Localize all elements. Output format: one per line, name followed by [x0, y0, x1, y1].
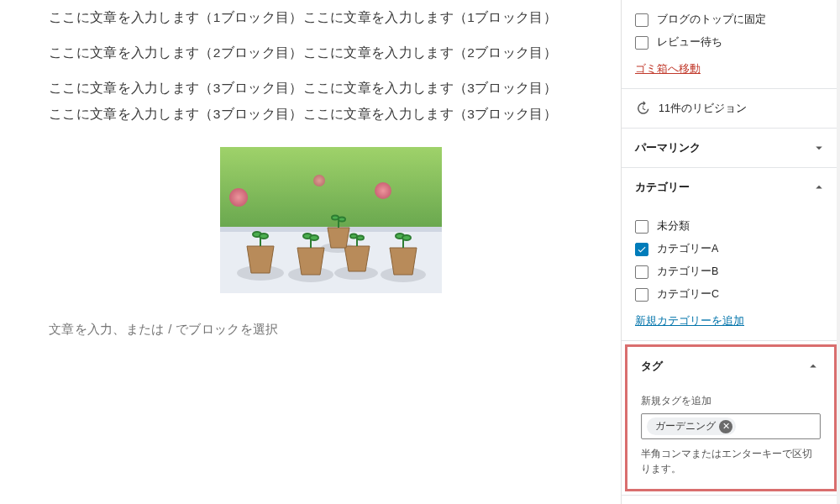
sidebar-scrollbar[interactable]	[837, 0, 840, 504]
block-editor-canvas: ここに文章を入力します（1ブロック目）ここに文章を入力します（1ブロック目） こ…	[0, 0, 622, 504]
tag-chip-label: ガーデニング	[655, 419, 716, 433]
svg-point-18	[402, 235, 411, 240]
category-checkbox[interactable]: カテゴリーC	[635, 283, 827, 306]
tags-hint: 半角コンマまたはエンターキーで区切ります。	[641, 446, 821, 477]
svg-point-20	[339, 217, 345, 221]
svg-point-19	[332, 215, 339, 219]
svg-point-3	[313, 175, 325, 186]
panel-title: パーマリンク	[635, 140, 701, 155]
checkbox-icon	[635, 220, 648, 234]
status-panel: ブログのトップに固定 レビュー待ち ゴミ箱へ移動	[622, 0, 840, 89]
featured-image-panel: アイキャッチ画像	[622, 495, 840, 504]
checkbox-label: ブログのトップに固定	[657, 13, 766, 27]
chevron-up-icon	[806, 359, 821, 374]
settings-sidebar: ブログのトップに固定 レビュー待ち ゴミ箱へ移動 11件のリビジョン パーマリン…	[622, 0, 840, 504]
checkbox-icon	[635, 13, 648, 27]
paragraph-block[interactable]: ここに文章を入力します（1ブロック目）ここに文章を入力します（1ブロック目）	[49, 5, 612, 30]
category-checkbox[interactable]: カテゴリーA	[635, 238, 827, 260]
checkbox-label: カテゴリーB	[657, 265, 718, 279]
checkbox-icon	[635, 243, 648, 256]
stick-to-top-checkbox[interactable]: ブログのトップに固定	[635, 8, 827, 31]
categories-panel: カテゴリー 未分類カテゴリーAカテゴリーBカテゴリーC新規カテゴリーを追加	[622, 168, 840, 341]
tags-input[interactable]: ガーデニング✕	[641, 413, 821, 439]
svg-point-15	[350, 234, 357, 238]
chevron-down-icon	[811, 140, 827, 155]
panel-title: カテゴリー	[635, 180, 690, 195]
image-block[interactable]	[49, 147, 612, 293]
svg-rect-0	[220, 147, 442, 227]
checkbox-label: レビュー待ち	[657, 35, 722, 50]
revisions-label: 11件のリビジョン	[659, 102, 747, 116]
checkbox-icon	[635, 36, 648, 50]
svg-point-2	[375, 182, 391, 199]
panel-title: タグ	[641, 359, 663, 374]
permalink-toggle[interactable]: パーマリンク	[622, 129, 840, 167]
permalink-panel: パーマリンク	[622, 129, 840, 168]
paragraph-block[interactable]: ここに文章を入力します（3ブロック目）ここに文章を入力します（3ブロック目） こ…	[49, 76, 612, 126]
block-appender[interactable]: 文章を入力、または / でブロックを選択	[49, 322, 612, 338]
svg-point-1	[229, 188, 248, 207]
revisions-button[interactable]: 11件のリビジョン	[622, 89, 840, 129]
chevron-up-icon	[811, 180, 827, 195]
category-checkbox[interactable]: カテゴリーB	[635, 260, 827, 283]
tags-panel-highlight: タグ 新規タグを追加 ガーデニング✕ 半角コンマまたはエンターキーで区切ります。	[625, 344, 837, 491]
checkbox-label: 未分類	[657, 219, 690, 234]
tags-field-label: 新規タグを追加	[641, 394, 821, 408]
checkbox-icon	[635, 288, 648, 302]
svg-point-14	[310, 235, 318, 240]
checkbox-icon	[635, 265, 648, 279]
svg-point-16	[357, 235, 364, 239]
add-new-category-link[interactable]: 新規カテゴリーを追加	[635, 314, 744, 328]
tag-chip: ガーデニング✕	[647, 417, 736, 435]
categories-toggle[interactable]: カテゴリー	[622, 168, 840, 207]
category-checkbox[interactable]: 未分類	[635, 215, 827, 238]
paragraph-block[interactable]: ここに文章を入力します（2ブロック目）ここに文章を入力します（2ブロック目）	[49, 40, 612, 66]
tags-toggle[interactable]: タグ	[627, 347, 834, 386]
tags-panel: タグ 新規タグを追加 ガーデニング✕ 半角コンマまたはエンターキーで区切ります。	[627, 347, 834, 489]
move-to-trash-link[interactable]: ゴミ箱へ移動	[635, 62, 701, 76]
remove-tag-icon[interactable]: ✕	[719, 420, 732, 433]
svg-point-12	[260, 234, 268, 239]
checkbox-label: カテゴリーA	[657, 242, 718, 256]
featured-image-toggle[interactable]: アイキャッチ画像	[622, 496, 840, 504]
history-icon	[635, 101, 650, 116]
pending-review-checkbox[interactable]: レビュー待ち	[635, 31, 827, 54]
checkbox-label: カテゴリーC	[657, 287, 719, 302]
